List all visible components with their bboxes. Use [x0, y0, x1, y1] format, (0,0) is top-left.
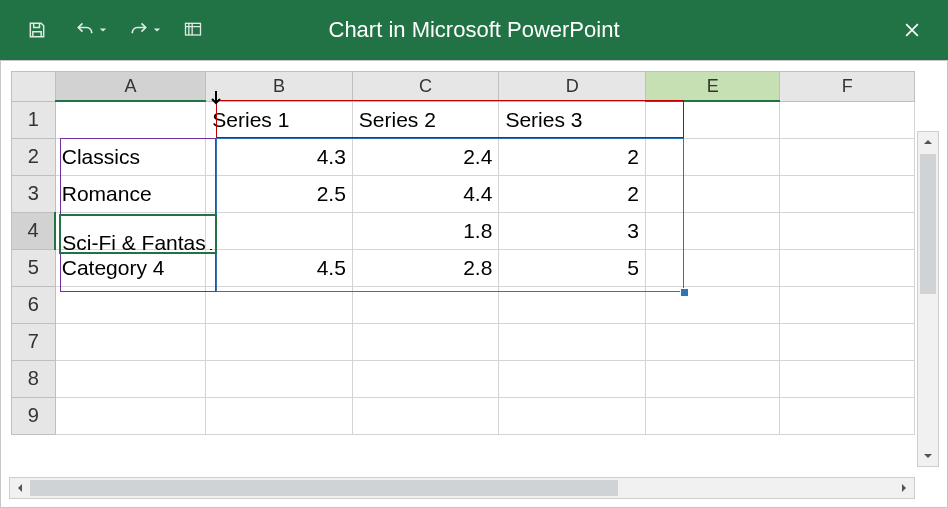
scroll-right-arrow-icon[interactable]: [894, 478, 914, 498]
cell-B2[interactable]: 4.3: [206, 138, 353, 175]
cell-F3[interactable]: [780, 175, 915, 212]
cell-C4[interactable]: 1.8: [352, 212, 499, 249]
cell-E1[interactable]: [645, 101, 780, 138]
quick-access-toolbar: [0, 13, 210, 47]
redo-dropdown[interactable]: [152, 26, 162, 34]
cell-D3[interactable]: 2: [499, 175, 646, 212]
cell-E2[interactable]: [645, 138, 780, 175]
horizontal-scrollbar[interactable]: [9, 477, 915, 499]
cell-D2[interactable]: 2: [499, 138, 646, 175]
save-button[interactable]: [20, 13, 54, 47]
cell-F8[interactable]: [780, 360, 915, 397]
cell-F1[interactable]: [780, 101, 915, 138]
cell-A9[interactable]: [55, 397, 206, 434]
cell-B9[interactable]: [206, 397, 353, 434]
row-header-3[interactable]: 3: [12, 175, 56, 212]
cell-A8[interactable]: [55, 360, 206, 397]
cell-A1[interactable]: [55, 101, 206, 138]
grid[interactable]: A B C D E F 1 Series 1 Series 2 Series 3…: [11, 71, 915, 475]
col-header-C[interactable]: C: [352, 72, 499, 102]
cell-E3[interactable]: [645, 175, 780, 212]
cell-C8[interactable]: [352, 360, 499, 397]
col-header-F[interactable]: F: [780, 72, 915, 102]
cell-A6[interactable]: [55, 286, 206, 323]
cell-E6[interactable]: [645, 286, 780, 323]
range-resize-handle[interactable]: [680, 288, 689, 297]
cell-A7[interactable]: [55, 323, 206, 360]
cell-F7[interactable]: [780, 323, 915, 360]
cell-D9[interactable]: [499, 397, 646, 434]
cell-E9[interactable]: [645, 397, 780, 434]
svg-rect-0: [186, 23, 201, 35]
cell-E4[interactable]: [645, 212, 780, 249]
redo-button[interactable]: [122, 13, 156, 47]
cell-B4[interactable]: [206, 212, 353, 249]
cell-F4[interactable]: [780, 212, 915, 249]
horizontal-scroll-track[interactable]: [30, 478, 894, 498]
cell-A3[interactable]: Romance: [55, 175, 206, 212]
cell-C3[interactable]: 4.4: [352, 175, 499, 212]
cell-D8[interactable]: [499, 360, 646, 397]
cell-E8[interactable]: [645, 360, 780, 397]
row-header-9[interactable]: 9: [12, 397, 56, 434]
cell-B3[interactable]: 2.5: [206, 175, 353, 212]
cell-C2[interactable]: 2.4: [352, 138, 499, 175]
cell-B7[interactable]: [206, 323, 353, 360]
title-bar: Chart in Microsoft PowerPoint: [0, 0, 948, 60]
vertical-scroll-track[interactable]: [918, 154, 938, 444]
cell-C1[interactable]: Series 2: [352, 101, 499, 138]
col-header-A[interactable]: A: [55, 72, 206, 102]
cell-A4[interactable]: Sci-Fi & Fantasy: [55, 212, 206, 249]
row-header-5[interactable]: 5: [12, 249, 56, 286]
scroll-down-arrow-icon[interactable]: [918, 446, 938, 466]
row-header-7[interactable]: 7: [12, 323, 56, 360]
cell-B8[interactable]: [206, 360, 353, 397]
vertical-scroll-thumb[interactable]: [920, 154, 936, 294]
cell-D4[interactable]: 3: [499, 212, 646, 249]
cell-C9[interactable]: [352, 397, 499, 434]
undo-button[interactable]: [68, 13, 102, 47]
cell-B5[interactable]: 4.5: [206, 249, 353, 286]
scroll-up-arrow-icon[interactable]: [918, 132, 938, 152]
cell-F5[interactable]: [780, 249, 915, 286]
cell-D6[interactable]: [499, 286, 646, 323]
row-header-4[interactable]: 4: [12, 212, 56, 249]
row-header-6[interactable]: 6: [12, 286, 56, 323]
cell-E7[interactable]: [645, 323, 780, 360]
row-header-1[interactable]: 1: [12, 101, 56, 138]
select-all-corner[interactable]: [12, 72, 56, 102]
cell-A5[interactable]: Category 4: [55, 249, 206, 286]
spreadsheet-table[interactable]: A B C D E F 1 Series 1 Series 2 Series 3…: [11, 71, 915, 435]
cell-B6[interactable]: [206, 286, 353, 323]
col-header-B[interactable]: B: [206, 72, 353, 102]
cell-D1[interactable]: Series 3: [499, 101, 646, 138]
cell-C6[interactable]: [352, 286, 499, 323]
cell-F9[interactable]: [780, 397, 915, 434]
cell-C5[interactable]: 2.8: [352, 249, 499, 286]
vertical-scrollbar[interactable]: [917, 131, 939, 467]
col-header-E[interactable]: E: [645, 72, 780, 102]
cell-D7[interactable]: [499, 323, 646, 360]
col-header-D[interactable]: D: [499, 72, 646, 102]
worksheet-area: A B C D E F 1 Series 1 Series 2 Series 3…: [0, 60, 948, 508]
row-header-8[interactable]: 8: [12, 360, 56, 397]
close-button[interactable]: [888, 0, 936, 60]
cell-F2[interactable]: [780, 138, 915, 175]
cell-D5[interactable]: 5: [499, 249, 646, 286]
scroll-left-arrow-icon[interactable]: [10, 478, 30, 498]
cell-C7[interactable]: [352, 323, 499, 360]
cell-E5[interactable]: [645, 249, 780, 286]
cell-F6[interactable]: [780, 286, 915, 323]
horizontal-scroll-thumb[interactable]: [30, 480, 618, 496]
cell-B1[interactable]: Series 1: [206, 101, 353, 138]
customize-qat-button[interactable]: [176, 13, 210, 47]
cell-A2[interactable]: Classics: [55, 138, 206, 175]
row-header-2[interactable]: 2: [12, 138, 56, 175]
undo-dropdown[interactable]: [98, 26, 108, 34]
